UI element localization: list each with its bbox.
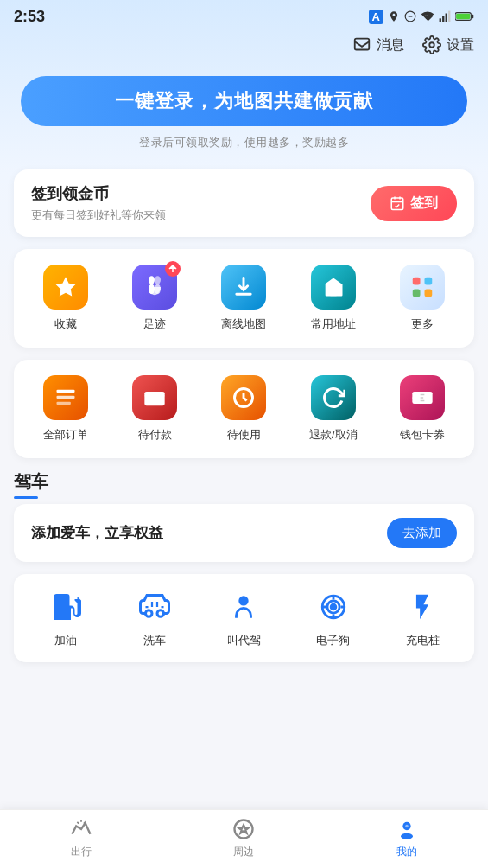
drive-item-carwash[interactable]: 洗车 (124, 588, 185, 648)
grid-icon (409, 274, 435, 300)
order-label-all: 全部订单 (43, 427, 88, 443)
signal-icon (439, 10, 451, 22)
add-car-card: 添加爱车，立享权益 去添加 (14, 504, 474, 562)
order-item-pending-use[interactable]: 待使用 (213, 375, 274, 443)
home-icon (321, 275, 345, 299)
tab-travel[interactable]: 出行 (47, 817, 116, 859)
favorites-icon-bg (43, 265, 88, 310)
bottom-nav: 出行 周边 我的 (0, 809, 488, 868)
footprint-icon-bg (132, 265, 177, 310)
calendar-icon (390, 195, 405, 211)
signin-sub: 更有每日签到好礼等你来领 (31, 207, 166, 223)
battery-icon (455, 10, 474, 22)
travel-icon (69, 817, 93, 841)
top-nav: 消息 设置 (0, 31, 488, 62)
feature-grid-card: 收藏 足迹 离线地图 (14, 249, 474, 348)
message-icon (352, 35, 372, 55)
drive-title-text: 驾车 (14, 470, 474, 494)
fuel-icon (47, 588, 85, 626)
status-time: 2:53 (14, 8, 45, 26)
drive-item-fuel[interactable]: 加油 (35, 588, 96, 648)
order-item-coupon[interactable]: 钱包卡券 (392, 375, 453, 443)
svg-point-9 (429, 42, 434, 48)
svg-rect-16 (425, 278, 433, 285)
feature-item-address[interactable]: 常用地址 (303, 265, 364, 332)
location-icon (388, 10, 400, 22)
settings-nav[interactable]: 设置 (421, 35, 474, 55)
coupon-icon-bg (400, 375, 445, 420)
status-bar: 2:53 A (0, 0, 488, 31)
drive-item-radar[interactable]: 电子狗 (303, 588, 364, 648)
tab-nearby[interactable]: 周边 (209, 817, 278, 859)
message-label: 消息 (377, 36, 404, 54)
svg-rect-15 (413, 278, 421, 285)
drive-label-radar: 电子狗 (316, 633, 350, 648)
order-item-refund[interactable]: 退款/取消 (303, 375, 364, 443)
login-button[interactable]: 一键登录，为地图共建做贡献 (21, 76, 467, 126)
charge-icon (403, 588, 441, 626)
pending-use-icon-bg (221, 375, 266, 420)
svg-rect-1 (440, 18, 441, 22)
feature-grid: 收藏 足迹 离线地图 (21, 265, 467, 332)
carwash-icon (136, 588, 174, 626)
feature-label-footprint: 足迹 (143, 316, 166, 332)
footprint-badge (165, 261, 181, 277)
driver-icon (225, 588, 263, 626)
svg-point-35 (405, 825, 409, 828)
tab-mine[interactable]: 我的 (372, 817, 441, 859)
svg-rect-18 (425, 290, 433, 297)
login-subtext: 登录后可领取奖励，使用越多，奖励越多 (139, 135, 349, 150)
refund-icon-bg (311, 375, 356, 420)
svg-point-31 (331, 604, 336, 610)
add-car-button[interactable]: 去添加 (387, 518, 457, 548)
svg-rect-6 (471, 15, 473, 18)
signin-button[interactable]: 签到 (371, 186, 457, 221)
drive-label-fuel: 加油 (54, 633, 77, 648)
svg-point-14 (155, 284, 161, 295)
feature-item-offline-map[interactable]: 离线地图 (213, 265, 274, 332)
tab-label-travel: 出行 (71, 845, 92, 859)
svg-point-27 (157, 610, 164, 617)
nearby-icon (231, 817, 256, 841)
star-icon (54, 275, 78, 299)
svg-rect-22 (144, 392, 164, 405)
feature-label-offline-map: 离线地图 (221, 316, 266, 332)
svg-rect-3 (446, 14, 447, 22)
svg-point-13 (149, 284, 155, 295)
order-label-refund: 退款/取消 (309, 427, 358, 443)
svg-rect-20 (56, 396, 74, 399)
feature-label-address: 常用地址 (311, 316, 356, 332)
svg-rect-23 (158, 399, 162, 403)
drive-label-charge: 充电桩 (406, 633, 440, 648)
drive-label-driver: 叫代驾 (227, 633, 261, 648)
settings-label: 设置 (447, 36, 474, 54)
list-icon (54, 386, 78, 410)
message-nav[interactable]: 消息 (352, 35, 404, 55)
svg-point-32 (235, 820, 253, 839)
drive-item-driver[interactable]: 叫代驾 (213, 588, 274, 648)
svg-point-28 (239, 596, 249, 605)
feature-item-favorites[interactable]: 收藏 (35, 265, 96, 332)
svg-rect-4 (448, 11, 450, 22)
svg-point-26 (146, 610, 153, 617)
order-item-all[interactable]: 全部订单 (35, 375, 96, 443)
signin-card: 签到领金币 更有每日签到好礼等你来领 签到 (14, 169, 474, 237)
drive-item-charge[interactable]: 充电桩 (392, 588, 453, 648)
wallet-icon (143, 386, 167, 410)
settings-icon (421, 35, 442, 55)
svg-rect-21 (56, 402, 70, 405)
feature-item-footprint[interactable]: 足迹 (124, 265, 185, 332)
tab-label-nearby: 周边 (233, 845, 254, 859)
feature-item-more[interactable]: 更多 (392, 265, 453, 332)
order-item-pending-pay[interactable]: 待付款 (124, 375, 185, 443)
all-orders-icon-bg (43, 375, 88, 420)
refresh-icon (321, 386, 345, 410)
address-icon-bg (311, 265, 356, 310)
drive-grid: 加油 洗车 叫代驾 电子狗 (14, 574, 474, 662)
svg-point-11 (149, 276, 155, 284)
clock-icon (231, 386, 256, 410)
pending-pay-icon-bg (132, 375, 177, 420)
login-section: 一键登录，为地图共建做贡献 登录后可领取奖励，使用越多，奖励越多 (0, 62, 488, 157)
orders-grid: 全部订单 待付款 待使用 退款/取消 (21, 375, 467, 443)
svg-rect-19 (56, 390, 74, 393)
